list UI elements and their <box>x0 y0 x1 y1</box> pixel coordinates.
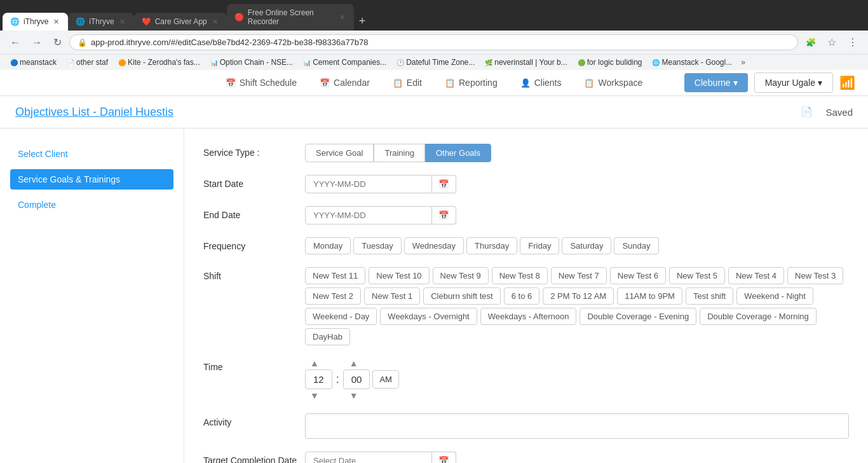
shift-tag-weekdays-afternoon[interactable]: Weekdays - Afternoon <box>480 308 577 325</box>
nav-shift-schedule[interactable]: 📅 Shift Schedule <box>214 70 308 95</box>
browser-tab-4[interactable]: 🔴 Free Online Screen Recorder ✕ <box>227 4 354 31</box>
document-icon-button[interactable]: 📄 <box>796 104 818 120</box>
minutes-down-arrow[interactable]: ▼ <box>346 390 362 401</box>
training-btn[interactable]: Training <box>374 144 424 162</box>
tab-favicon-1: 🌐 <box>10 17 20 26</box>
bookmark-logic[interactable]: 🟢 for logic buliding <box>574 57 646 68</box>
bookmark-meanstack2[interactable]: 🌐 Meanstack - Googl... <box>648 57 736 68</box>
browser-tab-3[interactable]: ❤️ Care Giver App ✕ <box>134 13 227 31</box>
mayur-caret: ▾ <box>818 78 822 88</box>
tab-close-1[interactable]: ✕ <box>52 18 60 26</box>
activity-input[interactable] <box>305 413 849 439</box>
bookmark-label: Kite - Zerodha's fas... <box>128 58 200 67</box>
mayur-button[interactable]: Mayur Ugale ▾ <box>754 73 833 93</box>
service-goal-btn[interactable]: Service Goal <box>305 144 374 162</box>
time-top-arrows: ▲ ▲ <box>305 358 849 368</box>
nav-edit[interactable]: 📋 Edit <box>381 70 433 95</box>
shift-tag-weekdays-overnight[interactable]: Weekdays - Overnight <box>380 308 477 325</box>
end-date-calendar-button[interactable]: 📅 <box>432 206 456 225</box>
nav-reporting[interactable]: 📋 Reporting <box>433 70 509 95</box>
target-completion-calendar-button[interactable]: 📅 <box>432 452 456 463</box>
shift-tag-test-shift[interactable]: Test shift <box>686 287 733 305</box>
day-sunday[interactable]: Sunday <box>614 237 658 254</box>
hours-down-arrow[interactable]: ▼ <box>306 390 323 401</box>
page-title[interactable]: Objectives List - Daniel Huestis <box>15 106 173 119</box>
extensions-button[interactable]: 🧩 <box>802 36 820 48</box>
new-tab-button[interactable]: + <box>354 12 371 31</box>
shift-tag-new-test-2[interactable]: New Test 2 <box>305 287 361 305</box>
shift-tag-new-test-1[interactable]: New Test 1 <box>364 287 420 305</box>
bookmark-meanstack[interactable]: 🔵 meanstack <box>6 57 60 68</box>
day-tuesday[interactable]: Tuesday <box>353 237 401 254</box>
bookmark-option-chain[interactable]: 📊 Option Chain - NSE... <box>207 57 297 68</box>
bookmark-neverinstall[interactable]: 🌿 neverinstall | Your b... <box>481 57 571 68</box>
bookmark-favicon: 🔵 <box>10 59 18 66</box>
clients-icon: 👤 <box>520 78 531 88</box>
bookmark-cement[interactable]: 📊 Cement Companies... <box>299 57 390 68</box>
shift-tag-new-test-3[interactable]: New Test 3 <box>787 267 843 284</box>
bookmark-kite[interactable]: 🟠 Kite - Zerodha's fas... <box>114 57 204 68</box>
hours-up-arrow[interactable]: ▲ <box>306 358 323 368</box>
edit-icon: 📋 <box>393 78 403 88</box>
sidebar-item-service-goals[interactable]: Service Goals & Trainings <box>10 169 173 190</box>
forward-button[interactable]: → <box>28 36 46 50</box>
shift-tag-new-test-7[interactable]: New Test 7 <box>551 267 607 284</box>
nav-calendar[interactable]: 📅 Calendar <box>308 70 381 95</box>
shift-tag-2pm-to-12am[interactable]: 2 PM To 12 AM <box>543 287 614 305</box>
nav-workspace[interactable]: 📋 Workspace <box>573 70 654 95</box>
shift-tag-new-test-10[interactable]: New Test 10 <box>369 267 429 284</box>
tab-close-2[interactable]: ✕ <box>118 18 126 26</box>
start-date-wrap: 📅 <box>305 175 849 193</box>
bookmark-button[interactable]: ☆ <box>824 35 840 50</box>
day-friday[interactable]: Friday <box>520 237 559 254</box>
shift-tag-double-coverage-evening[interactable]: Double Coverage - Evening <box>580 308 696 325</box>
start-date-input[interactable] <box>305 175 432 193</box>
browser-tab-2[interactable]: 🌐 iThryve ✕ <box>68 13 133 31</box>
more-bookmarks[interactable]: » <box>738 57 748 68</box>
shift-tag-11am-to-9pm[interactable]: 11AM to 9PM <box>617 287 682 305</box>
shift-tag-new-test-8[interactable]: New Test 8 <box>492 267 548 284</box>
time-controls: ▲ ▲ 12 : 00 AM ▼ ▼ <box>305 358 849 401</box>
target-completion-wrap: 📅 <box>305 452 849 463</box>
tab-close-4[interactable]: ✕ <box>338 13 346 22</box>
nav-right: Cleburne ▾ Mayur Ugale ▾ 📶 <box>684 73 855 93</box>
shift-tag-double-coverage-morning[interactable]: Double Coverage - Morning <box>700 308 817 325</box>
day-saturday[interactable]: Saturday <box>562 237 611 254</box>
nav-clients[interactable]: 👤 Clients <box>509 70 573 95</box>
bookmark-dateful[interactable]: 🕐 Dateful Time Zone... <box>393 57 478 68</box>
minutes-up-arrow[interactable]: ▲ <box>346 358 362 368</box>
shift-tag-dayhab[interactable]: DayHab <box>305 328 350 345</box>
bookmark-favicon: 📊 <box>303 59 311 66</box>
time-label: Time <box>203 358 305 372</box>
shift-tag-new-test-5[interactable]: New Test 5 <box>669 267 725 284</box>
sidebar-item-select-client[interactable]: Select Client <box>10 144 173 164</box>
shift-tag-new-test-4[interactable]: New Test 4 <box>728 267 784 284</box>
refresh-button[interactable]: ↻ <box>50 35 65 50</box>
start-date-calendar-button[interactable]: 📅 <box>432 175 456 193</box>
frequency-group: Frequency Monday Tuesday Wednesday Thurs… <box>203 237 849 254</box>
service-type-controls: Service Goal Training Other Goals <box>305 144 849 162</box>
time-ampm[interactable]: AM <box>372 370 399 389</box>
back-button[interactable]: ← <box>6 36 24 50</box>
menu-button[interactable]: ⋮ <box>844 35 862 50</box>
shift-tag-new-test-9[interactable]: New Test 9 <box>433 267 489 284</box>
browser-tab-1[interactable]: 🌐 iThryve ✕ <box>3 13 68 31</box>
shift-tag-cleburn-shift-test[interactable]: Cleburn shift test <box>423 287 501 305</box>
end-date-input[interactable] <box>305 206 432 225</box>
day-monday[interactable]: Monday <box>305 237 351 254</box>
sidebar-item-complete[interactable]: Complete <box>10 195 173 215</box>
cleburne-button[interactable]: Cleburne ▾ <box>684 73 748 92</box>
day-thursday[interactable]: Thursday <box>466 237 517 254</box>
target-completion-input[interactable] <box>305 452 432 463</box>
service-type-label: Service Type : <box>203 144 305 158</box>
shift-tag-weekend-day[interactable]: Weekend - Day <box>305 308 377 325</box>
address-bar[interactable]: 🔒 app-prod.ithryve.com/#/editCase/b8e7bd… <box>69 34 798 50</box>
tab-close-3[interactable]: ✕ <box>211 18 219 26</box>
shift-tag-weekend-night[interactable]: Weekend - Night <box>736 287 813 305</box>
other-goals-btn[interactable]: Other Goals <box>425 144 491 162</box>
shift-tag-new-test-11[interactable]: New Test 11 <box>305 267 365 284</box>
shift-tag-6-to-6[interactable]: 6 to 6 <box>504 287 540 305</box>
shift-tag-new-test-6[interactable]: New Test 6 <box>610 267 666 284</box>
day-wednesday[interactable]: Wednesday <box>404 237 464 254</box>
bookmark-other-staf[interactable]: 📄 other staf <box>63 57 112 68</box>
